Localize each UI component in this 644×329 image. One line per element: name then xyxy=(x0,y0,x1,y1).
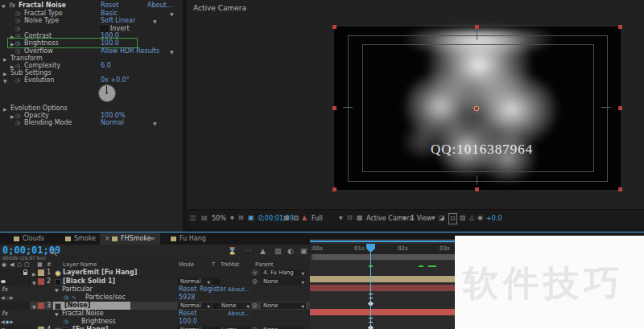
snapshot-compare-icon[interactable]: ◫ xyxy=(190,213,196,223)
search-icon[interactable] xyxy=(50,249,56,254)
stopwatch-icon[interactable]: ◷ xyxy=(15,17,20,25)
time-ruler[interactable]: :00s 01s 02s 03s xyxy=(310,244,455,255)
reset-link[interactable]: Reset xyxy=(179,286,196,294)
fast-previews-icon[interactable]: ▨ xyxy=(460,213,466,223)
label-color-chip[interactable] xyxy=(38,302,44,309)
label-color-chip[interactable] xyxy=(38,278,44,285)
number-column-header[interactable]: # xyxy=(47,261,52,268)
reset-link[interactable]: Reset xyxy=(101,2,118,10)
next-keyframe-icon[interactable]: ▶ xyxy=(10,319,14,324)
stopwatch-icon[interactable]: ◷ xyxy=(64,294,68,302)
show-snapshot-icon[interactable]: ▧ xyxy=(293,213,299,223)
pixel-aspect-correction-icon[interactable]: ⊡ xyxy=(448,213,457,224)
view-dropdown-arrow-icon[interactable]: ▼ xyxy=(402,213,407,223)
dropdown-arrow-icon[interactable]: ▼ xyxy=(153,120,157,128)
parent-pickwhip-icon[interactable]: @ xyxy=(252,326,258,329)
layer-handle-top-left[interactable] xyxy=(332,25,336,29)
about-link[interactable]: About... xyxy=(228,286,250,294)
parent-dropdown[interactable]: None▼ xyxy=(261,278,306,285)
layer-handle-bottom-left[interactable] xyxy=(332,187,336,191)
region-of-interest-icon[interactable]: ⊡ xyxy=(347,213,353,223)
layer-row-4[interactable]: ▶ 4 [Fu Hang] Normal▼ Luma▼ @ None▼ xyxy=(0,326,310,329)
parent-pickwhip-icon[interactable]: @ xyxy=(252,278,258,286)
parent-column-header[interactable]: Parent xyxy=(255,261,273,268)
next-keyframe-icon[interactable]: ▶ xyxy=(10,294,14,300)
lock-toggle[interactable] xyxy=(22,269,30,277)
layer-handle-bottom-right[interactable] xyxy=(618,187,622,191)
motion-blur-icon[interactable]: ◐ xyxy=(287,247,294,255)
tab-clouds[interactable]: Clouds xyxy=(8,233,63,245)
layer-row-1[interactable]: ▶ 1 LayerEmit [Fu Hang] @ 4. Fu Hang▼ xyxy=(0,269,310,278)
layer-bar-layeremit[interactable] xyxy=(310,276,455,282)
layer-handle-top-right[interactable] xyxy=(618,25,622,29)
view-layout-dropdown[interactable]: 1 View xyxy=(411,214,432,223)
parent-pickwhip-icon[interactable]: @ xyxy=(252,302,258,310)
panel-menu-icon[interactable]: ≡ xyxy=(150,233,155,245)
timeline-flowchart-icon[interactable]: △ xyxy=(469,213,474,223)
resolution-dropdown[interactable]: Full xyxy=(312,214,323,223)
snapshot-camera-icon[interactable]: ▦ xyxy=(283,213,290,223)
grid-guides-icon[interactable]: ⊞ xyxy=(238,213,244,223)
layer-handle-mid-left[interactable] xyxy=(332,106,336,110)
t-column-header[interactable]: T xyxy=(212,261,215,268)
about-link[interactable]: About... xyxy=(147,2,172,10)
evolution-value[interactable]: 0x +0.0° xyxy=(101,76,130,84)
navigator-handle[interactable] xyxy=(310,241,455,242)
layer-handle-bottom-center[interactable] xyxy=(475,187,479,191)
layout-dropdown-arrow-icon[interactable]: ▼ xyxy=(431,213,436,223)
goggles-icon[interactable]: ◪ xyxy=(439,213,445,223)
layer-handle-mid-right[interactable] xyxy=(618,106,622,110)
composition-canvas[interactable]: QQ:1016387964 xyxy=(334,27,621,190)
mask-visibility-icon[interactable]: ▣ xyxy=(248,213,254,223)
evolution-dial[interactable] xyxy=(98,84,116,102)
zoom-dropdown-arrow-icon[interactable]: ▼ xyxy=(230,213,234,223)
layer-name[interactable]: [Fu Hang] xyxy=(72,326,108,329)
draft-3d-icon[interactable]: ◦◦ xyxy=(244,247,253,255)
trkmat-dropdown[interactable]: None▼ xyxy=(219,302,251,309)
parent-pickwhip-icon[interactable]: @ xyxy=(252,269,258,277)
graph-editor-icon[interactable]: ▣ xyxy=(300,247,308,255)
property-name[interactable]: Brightness xyxy=(81,318,116,326)
exposure-reset-icon[interactable]: ◉ xyxy=(477,213,483,223)
blending-mode-dropdown[interactable]: Normal xyxy=(101,119,124,127)
property-value[interactable]: 5928 xyxy=(179,294,195,302)
layer-name-column-header[interactable]: Layer Name xyxy=(63,261,97,268)
selected-layer-name-highlight[interactable]: [Noise] xyxy=(53,302,130,310)
trkmat-column-header[interactable]: TrkMat xyxy=(221,261,239,268)
resolution-dropdown-arrow-icon[interactable]: ▼ xyxy=(339,213,343,223)
frame-blending-icon[interactable]: ▧ xyxy=(275,247,282,255)
stopwatch-icon[interactable]: ◷ xyxy=(15,119,20,127)
layer-handle-top-center[interactable] xyxy=(475,25,479,29)
collapse-arrow-icon[interactable]: ▼ xyxy=(3,77,7,85)
tab-fu-hang[interactable]: Fu Hang xyxy=(164,233,214,245)
parent-dropdown[interactable]: 4. Fu Hang▼ xyxy=(261,269,306,276)
lock-toggle[interactable] xyxy=(22,278,30,286)
property-name[interactable]: Particles/sec xyxy=(85,294,126,302)
layer-bar-black-solid[interactable] xyxy=(310,285,455,291)
blend-mode-dropdown[interactable]: Normal▼ xyxy=(178,302,212,309)
blend-mode-dropdown[interactable]: Normal▼ xyxy=(178,278,212,285)
composition-flowchart-icon[interactable]: ⌛ xyxy=(228,247,237,255)
zoom-level-dropdown[interactable]: 50% xyxy=(212,214,226,223)
lock-toggle[interactable] xyxy=(22,302,30,310)
layer-name[interactable]: [Black Solid 1] xyxy=(63,278,115,286)
register-link[interactable]: Register xyxy=(200,286,226,294)
stopwatch-icon[interactable]: ◷ xyxy=(15,76,20,84)
stopwatch-icon[interactable]: ◷ xyxy=(64,318,68,326)
layer-name[interactable]: LayerEmit [Fu Hang] xyxy=(63,269,137,277)
tab-fhsmoke-active[interactable]: × FHSmoke ≡ xyxy=(100,233,160,245)
effect-name[interactable]: Particular xyxy=(62,286,93,294)
show-channel-icon[interactable]: ▲ xyxy=(302,213,307,223)
work-area-bar[interactable] xyxy=(310,254,457,260)
monitor-icon[interactable]: ▤ xyxy=(201,213,208,223)
exposure-value[interactable]: +0.0 xyxy=(486,214,502,223)
parent-dropdown[interactable]: None▼ xyxy=(261,302,306,309)
lock-toggle[interactable] xyxy=(22,326,30,329)
shy-layers-icon[interactable]: ▲ xyxy=(260,247,266,255)
preserve-transparency-toggle[interactable] xyxy=(213,278,220,285)
reset-link[interactable]: Reset xyxy=(179,310,196,318)
close-icon[interactable]: × xyxy=(105,233,110,245)
about-link[interactable]: About... xyxy=(228,310,250,318)
transparency-grid-icon[interactable]: ▩ xyxy=(357,213,363,223)
label-color-chip[interactable] xyxy=(38,269,44,276)
